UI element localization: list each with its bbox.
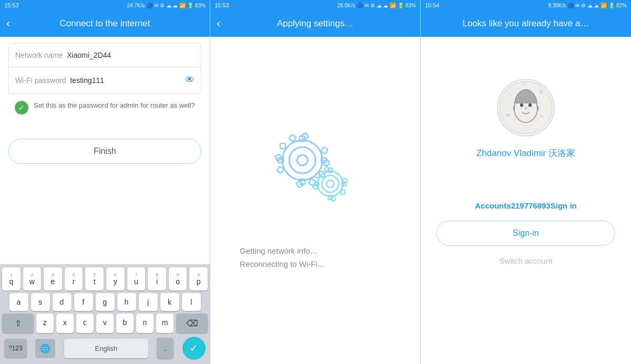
time-1: 15:53 — [4, 2, 19, 8]
sign-in-link-text[interactable]: Sign in — [551, 201, 577, 210]
avatar: ◎ ∿ ✦ ⌘ 大 — [497, 79, 555, 137]
battery-1: 83% — [195, 3, 206, 8]
progress-text-2: Reconnecting to Wi-Fi… — [229, 259, 410, 268]
key-s[interactable]: s — [31, 293, 50, 311]
key-z[interactable]: z — [36, 314, 54, 333]
speed-3: 8.36K/s — [548, 3, 566, 8]
status-bar-3: 15:54 8.36K/s 🔵 ✉ ⚙ ☁ ☁ 📶 🔋 82% — [421, 0, 631, 11]
battery-2: 83% — [405, 3, 416, 8]
svg-text:✦: ✦ — [540, 115, 543, 118]
svg-rect-12 — [277, 166, 284, 173]
panel-account: 15:54 8.36K/s 🔵 ✉ ⚙ ☁ ☁ 📶 🔋 82% Looks li… — [421, 0, 631, 364]
accounts-row: Accounts219776893Sign in — [475, 201, 576, 210]
speed-1: 24.7K/s — [127, 3, 145, 8]
keyboard-row-3: ⇧ z x c v b n m ⌫ — [2, 314, 208, 333]
space-key[interactable]: English — [64, 339, 148, 358]
wifi-form: Network name Xiaomi_2D44 Wi-Fi password … — [0, 37, 210, 128]
svg-point-0 — [282, 140, 322, 180]
key-g[interactable]: g — [96, 293, 115, 311]
network-label: Network name — [15, 51, 63, 59]
account-content: ◎ ∿ ✦ ⌘ 大 Zhdanov Vladimir 沃洛家 Accounts2… — [421, 37, 631, 364]
key-n[interactable]: n — [136, 314, 154, 333]
time-2: 15:53 — [215, 2, 229, 8]
gears-illustration — [273, 129, 358, 215]
key-e[interactable]: 3e — [44, 267, 62, 290]
delete-key[interactable]: ⌫ — [176, 314, 208, 333]
checkbox-icon: ✓ — [15, 101, 28, 115]
svg-rect-15 — [289, 134, 296, 142]
key-k[interactable]: k — [160, 293, 179, 311]
switch-account-link[interactable]: Switch account — [500, 256, 553, 265]
key-p[interactable]: 0p — [189, 267, 208, 290]
sign-in-button[interactable]: Sign-in — [436, 221, 615, 246]
key-i[interactable]: 8i — [148, 267, 166, 290]
key-d[interactable]: d — [53, 293, 72, 311]
key-w[interactable]: 2w — [23, 267, 42, 290]
time-3: 15:54 — [425, 2, 440, 8]
network-value: Xiaomi_2D44 — [67, 51, 195, 59]
keyboard-row-2: a s d f g h j k l — [2, 293, 208, 311]
nav-bar-1: ‹ Connect to the internet — [0, 11, 210, 37]
key-o[interactable]: 9o — [169, 267, 187, 290]
key-h[interactable]: h — [117, 293, 136, 311]
key-j[interactable]: j — [139, 293, 158, 311]
key-m[interactable]: m — [156, 314, 174, 333]
password-label: Wi-Fi password — [15, 76, 66, 85]
battery-3: 82% — [616, 3, 627, 8]
key-l[interactable]: l — [182, 293, 201, 311]
key-y[interactable]: 6y — [106, 267, 125, 290]
key-x[interactable]: x — [56, 314, 74, 333]
key-r[interactable]: 4r — [65, 267, 83, 290]
svg-point-2 — [297, 155, 308, 165]
icons-1: 🔵 ✉ ⚙ ☁ ☁ 📶 🔋 — [146, 3, 194, 8]
key-u[interactable]: 7u — [127, 267, 146, 290]
globe-key[interactable]: 🌐 — [35, 339, 55, 358]
key-b[interactable]: b — [116, 314, 134, 333]
password-value: testing111 — [70, 76, 185, 85]
key-c[interactable]: c — [76, 314, 94, 333]
shift-key[interactable]: ⇧ — [2, 314, 34, 333]
svg-text:大: 大 — [522, 82, 525, 86]
icons-2: 🔵 ✉ ⚙ ☁ ☁ 📶 🔋 — [357, 3, 404, 8]
accounts-label: Accounts — [475, 201, 511, 210]
network-name-row: Network name Xiaomi_2D44 — [8, 43, 201, 67]
progress-text-1: Getting network info… — [229, 246, 410, 255]
num-switch-key[interactable]: ?123 — [4, 339, 27, 358]
nav-title-3: Looks like you already have a… — [463, 18, 589, 29]
key-v[interactable]: v — [96, 314, 114, 333]
icons-3: 🔵 ✉ ⚙ ☁ ☁ 📶 🔋 — [567, 3, 615, 8]
back-button-2[interactable]: ‹ — [217, 17, 220, 30]
svg-text:∿: ∿ — [508, 92, 512, 96]
user-name: Zhdanov Vladimir 沃洛家 — [476, 147, 575, 159]
nav-bar-2: ‹ Applying settings… — [210, 11, 420, 37]
keyboard-row-1: 1q 2w 3e 4r 5t 6y 7u 8i 9o 0p — [2, 267, 208, 290]
svg-point-19 — [327, 180, 334, 188]
checkbox-row[interactable]: ✓ Set this as the password for admin for… — [8, 93, 201, 122]
panel-connect: 15:53 24.7K/s 🔵 ✉ ⚙ ☁ ☁ 📶 🔋 83% ‹ Connec… — [0, 0, 210, 364]
status-bar-2: 15:53 26.0K/s 🔵 ✉ ⚙ ☁ ☁ 📶 🔋 83% — [210, 0, 420, 11]
account-number: 219776893 — [511, 201, 551, 210]
key-a[interactable]: a — [9, 293, 28, 311]
back-button-1[interactable]: ‹ — [6, 17, 10, 30]
svg-point-33 — [528, 103, 532, 107]
svg-rect-14 — [280, 143, 286, 149]
password-row[interactable]: Wi-Fi password testing111 👁 — [8, 67, 201, 93]
nav-bar-3: Looks like you already have a… — [421, 11, 631, 37]
nav-title-1: Connect to the internet — [59, 18, 150, 29]
period-key[interactable]: . — [157, 338, 174, 359]
key-t[interactable]: 5t — [85, 267, 104, 290]
finish-button[interactable]: Finish — [8, 139, 201, 164]
eye-icon[interactable]: 👁 — [185, 75, 195, 86]
svg-point-32 — [520, 103, 523, 107]
svg-rect-7 — [321, 147, 328, 154]
avatar-container: ◎ ∿ ✦ ⌘ 大 — [497, 79, 555, 137]
applying-content: Getting network info… Reconnecting to Wi… — [210, 37, 420, 364]
done-key[interactable]: ✓ — [182, 337, 206, 360]
svg-text:◎: ◎ — [539, 89, 543, 94]
key-f[interactable]: f — [74, 293, 93, 311]
key-q[interactable]: 1q — [2, 267, 21, 290]
panel-applying: 15:53 26.0K/s 🔵 ✉ ⚙ ☁ ☁ 📶 🔋 83% ‹ Applyi… — [210, 0, 421, 364]
svg-rect-25 — [341, 190, 345, 194]
svg-point-1 — [289, 147, 316, 173]
keyboard: 1q 2w 3e 4r 5t 6y 7u 8i 9o 0p a s d f g … — [0, 264, 210, 364]
